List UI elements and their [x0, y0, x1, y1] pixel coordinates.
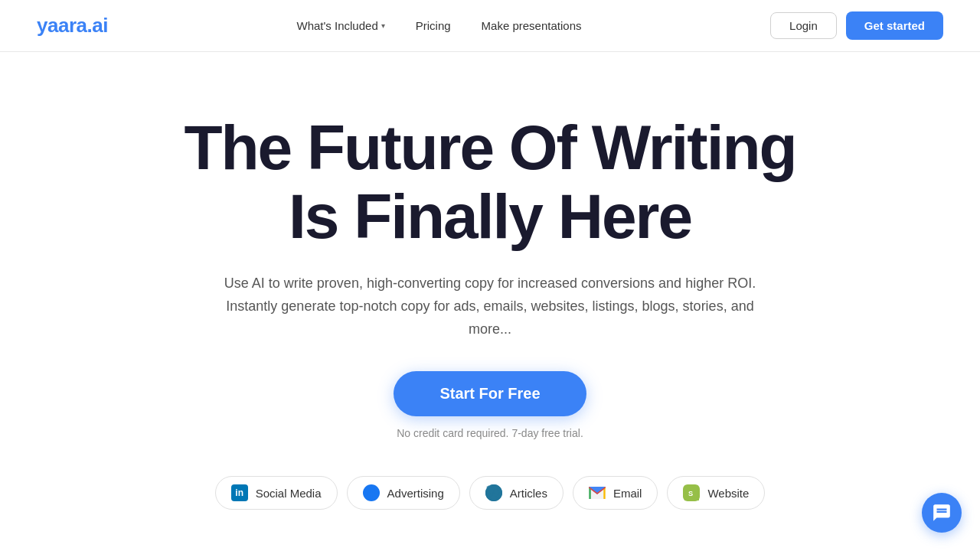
facebook-icon — [363, 484, 380, 501]
category-pills: in Social Media Advertising Articles — [215, 476, 766, 510]
chevron-down-icon: ▾ — [381, 21, 385, 30]
pill-website[interactable]: S Website — [667, 476, 765, 510]
linkedin-icon: in — [231, 484, 248, 501]
nav-whats-included[interactable]: What's Included ▾ — [284, 13, 397, 38]
login-button[interactable]: Login — [770, 12, 837, 39]
nav-actions: Login Get started — [770, 11, 943, 40]
svg-text:S: S — [689, 490, 694, 497]
pill-advertising[interactable]: Advertising — [347, 476, 460, 510]
start-free-button[interactable]: Start For Free — [394, 371, 586, 416]
logo[interactable]: yaara.ai — [37, 14, 108, 37]
chat-bubble[interactable] — [922, 493, 962, 533]
navbar: yaara.ai What's Included ▾ Pricing Make … — [0, 0, 980, 52]
gmail-icon — [589, 484, 606, 501]
hero-section: The Future Of Writing Is Finally Here Us… — [0, 52, 980, 540]
pill-email[interactable]: Email — [573, 476, 658, 510]
nav-links: What's Included ▾ Pricing Make presentat… — [284, 13, 593, 38]
nav-pricing[interactable]: Pricing — [403, 13, 463, 38]
get-started-button[interactable]: Get started — [846, 11, 943, 40]
pill-social-media[interactable]: in Social Media — [215, 476, 338, 510]
pill-articles[interactable]: Articles — [469, 476, 564, 510]
shopify-icon: S — [683, 484, 700, 501]
wordpress-icon — [485, 484, 502, 501]
hero-note: No credit card required. 7-day free tria… — [397, 427, 583, 439]
hero-title: The Future Of Writing Is Finally Here — [184, 113, 795, 251]
hero-subtitle: Use AI to write proven, high-converting … — [207, 272, 773, 341]
nav-make-presentations[interactable]: Make presentations — [469, 13, 594, 38]
